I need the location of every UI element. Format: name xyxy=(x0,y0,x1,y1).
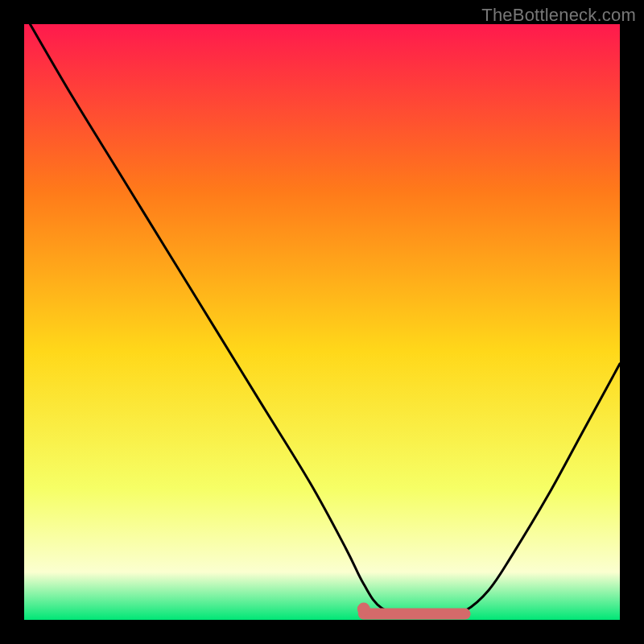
bottleneck-curve xyxy=(30,24,620,618)
curve-svg xyxy=(24,24,620,620)
chart-container: TheBottleneck.com xyxy=(0,0,644,644)
watermark-text: TheBottleneck.com xyxy=(481,5,636,26)
highlight-start-dot xyxy=(357,603,370,616)
plot-area xyxy=(24,24,620,620)
